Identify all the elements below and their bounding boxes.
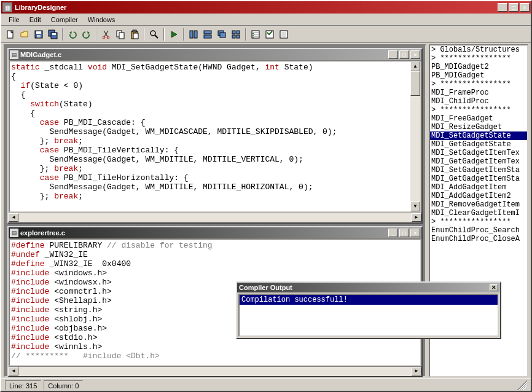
cascade-icon[interactable] <box>215 28 229 41</box>
code-line[interactable]: SendMessage(Gadget, WM_MDITILE, MDITILE_… <box>11 155 409 164</box>
editor-window-mdigadget[interactable]: ▤ MDIGadget.c _ □ ✕ static _stdcall void… <box>7 48 423 224</box>
function-list-item[interactable]: > **************** <box>430 106 527 114</box>
function-list-item[interactable]: MDI_ChildProc <box>430 97 527 106</box>
editor-close-button[interactable]: ✕ <box>410 229 420 237</box>
function-list-item[interactable]: > **************** <box>430 218 527 226</box>
function-list-item[interactable]: MDI_FrameProc <box>430 88 527 97</box>
horizontal-scrollbar[interactable]: ◄ ► <box>9 213 421 222</box>
options-icon[interactable] <box>263 28 276 41</box>
code-line[interactable]: #undef _WIN32_IE <box>11 250 419 259</box>
menu-windows[interactable]: Windows <box>83 15 120 24</box>
function-list-item[interactable]: > **************** <box>430 54 527 63</box>
arrange-icon[interactable] <box>229 28 243 41</box>
function-list-item[interactable]: MDI_SetGadgetState <box>430 131 527 140</box>
scroll-right-icon[interactable]: ► <box>412 213 421 222</box>
code-line[interactable]: case PB_MDI_Cascade: { <box>11 118 409 127</box>
function-list-item[interactable]: MDI_FreeGadget <box>430 114 527 123</box>
code-line[interactable]: // ********* #include <Dbt.h> <box>11 351 419 361</box>
code-line[interactable]: }; break; <box>11 192 409 201</box>
svg-rect-15 <box>190 31 193 38</box>
horizontal-scrollbar[interactable]: ◄ ► <box>9 366 421 376</box>
code-line[interactable]: #define PURELIBRARY // disable for testi… <box>11 241 419 250</box>
compiler-output-body[interactable]: Compilation successfull! <box>238 294 499 337</box>
code-line[interactable]: case PB_MDI_TileVertically: { <box>11 146 409 155</box>
menu-edit[interactable]: Edit <box>25 15 46 24</box>
scroll-up-icon[interactable]: ▲ <box>410 61 420 71</box>
maximize-button[interactable]: □ <box>509 3 518 12</box>
function-list-item[interactable]: MDI_GetGadgetItemTex <box>430 157 527 166</box>
minimize-button[interactable]: _ <box>498 3 507 12</box>
function-list-item[interactable]: MDI_AddGadgetItem2 <box>430 192 527 200</box>
about-icon[interactable] <box>277 28 291 41</box>
function-list-item[interactable]: PB_MDIGadget <box>430 71 527 80</box>
scroll-down-icon[interactable]: ▼ <box>410 202 420 211</box>
function-list-item[interactable]: MDI_ClearGadgetItemI <box>430 209 527 218</box>
scroll-right-icon[interactable]: ► <box>412 367 421 375</box>
code-line[interactable]: SendMessage(Gadget, WM_MDITILE, MDITILE_… <box>11 182 409 192</box>
editor-minimize-button[interactable]: _ <box>388 50 398 59</box>
compiler-message[interactable]: Compilation successfull! <box>240 295 498 305</box>
function-list-item[interactable]: EnumChildProc_Search <box>430 226 527 235</box>
editor-body[interactable]: static _stdcall void MDI_SetGadgetState(… <box>9 60 421 213</box>
function-list-item[interactable]: MDI_SetGadgetItemTex <box>430 149 527 157</box>
scroll-track[interactable] <box>18 213 412 222</box>
code-line[interactable]: #define _WIN32_IE 0x0400 <box>11 259 419 269</box>
function-list-item[interactable]: MDI_RemoveGadgetItem <box>430 200 527 209</box>
run-icon[interactable] <box>167 28 181 41</box>
paste-icon[interactable] <box>128 28 141 41</box>
code-line[interactable]: case PB_MDI_TileHorizontally: { <box>11 173 409 182</box>
scroll-left-icon[interactable]: ◄ <box>9 213 18 222</box>
copy-icon[interactable] <box>114 28 127 41</box>
code-line[interactable]: }; break; <box>11 136 409 146</box>
compiler-output-window[interactable]: Compiler Output ✕ Compilation successful… <box>236 281 501 339</box>
redo-icon[interactable] <box>80 28 93 41</box>
vertical-scrollbar[interactable]: ▲ ▼ <box>410 61 420 211</box>
function-list-item[interactable]: EnumChildProc_CloseA <box>430 235 527 243</box>
tile-h-icon[interactable] <box>201 28 214 41</box>
code-line[interactable]: SendMessage(Gadget, WM_MDICASCADE, MDITI… <box>11 127 409 136</box>
menu-compiler[interactable]: Compiler <box>46 15 83 24</box>
code-line[interactable]: { <box>11 109 409 118</box>
code-line[interactable]: { <box>11 72 409 81</box>
scroll-track[interactable] <box>18 367 412 376</box>
editor-titlebar[interactable]: ▤ explorertree.c _ □ ✕ <box>9 227 421 238</box>
explorer-icon[interactable] <box>249 28 262 41</box>
compiler-titlebar[interactable]: Compiler Output ✕ <box>237 283 500 292</box>
code-line[interactable]: { <box>11 90 409 100</box>
compiler-close-button[interactable]: ✕ <box>490 284 498 291</box>
editor-minimize-button[interactable]: _ <box>388 229 398 237</box>
find-icon[interactable] <box>147 28 161 41</box>
editor-maximize-button[interactable]: □ <box>399 50 409 59</box>
function-list-item[interactable]: > **************** <box>430 80 527 88</box>
save-icon[interactable] <box>32 28 45 41</box>
svg-rect-6 <box>52 33 56 35</box>
code-line[interactable]: #include <winnls.h> <box>11 342 419 351</box>
code-line[interactable]: }; break; <box>11 164 409 173</box>
code-line[interactable]: if(State < 0) <box>11 81 409 90</box>
new-file-icon[interactable] <box>4 28 17 41</box>
scroll-thumb[interactable] <box>410 71 420 96</box>
function-list-item[interactable]: MDI_AddGadgetItem <box>430 183 527 192</box>
function-list-item[interactable]: > Globals/Structures <box>430 45 527 54</box>
save-all-icon[interactable] <box>46 28 60 41</box>
cut-icon[interactable] <box>100 28 113 41</box>
open-icon[interactable] <box>18 28 31 41</box>
editor-maximize-button[interactable]: □ <box>399 229 409 237</box>
scroll-left-icon[interactable]: ◄ <box>9 367 18 375</box>
code-line[interactable]: switch(State) <box>11 100 409 109</box>
code-line[interactable]: static _stdcall void MDI_SetGadgetState(… <box>11 63 409 72</box>
editor-close-button[interactable]: ✕ <box>410 50 420 59</box>
editor-titlebar[interactable]: ▤ MDIGadget.c _ □ ✕ <box>9 49 421 60</box>
close-button[interactable]: ✕ <box>520 3 530 12</box>
code-area[interactable]: static _stdcall void MDI_SetGadgetState(… <box>10 61 410 202</box>
function-list-item[interactable]: MDI_ResizeGadget <box>430 123 527 131</box>
function-list-item[interactable]: MDI_GetGadgetItemSta <box>430 174 527 183</box>
function-list-item[interactable]: PB_MDIGadget2 <box>430 63 527 71</box>
resize-grip[interactable] <box>517 380 527 390</box>
function-list-item[interactable]: MDI_GetGadgetState <box>430 140 527 149</box>
function-list-item[interactable]: MDI_SetGadgetItemSta <box>430 166 527 174</box>
menu-file[interactable]: File <box>4 15 25 24</box>
tile-v-icon[interactable] <box>187 28 200 41</box>
undo-icon[interactable] <box>66 28 79 41</box>
code-line[interactable]: #include <windows.h> <box>11 269 419 278</box>
